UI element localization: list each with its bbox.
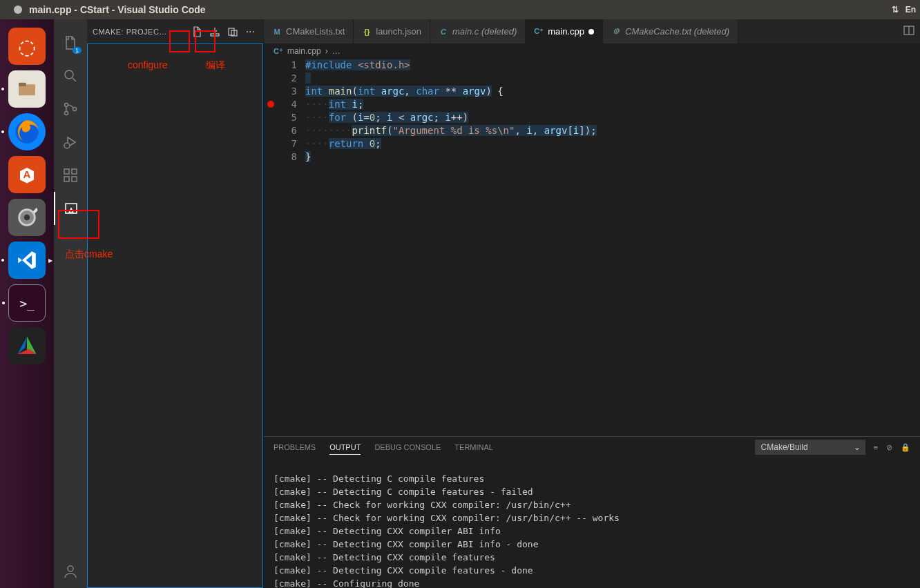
tabs-row: M CMakeLists.txt {} launch.json C main.c…	[264, 19, 920, 43]
launcher-terminal[interactable]: >_	[8, 284, 46, 322]
launcher-settings[interactable]	[8, 199, 46, 236]
panel-tab-debug[interactable]: DEBUG CONSOLE	[374, 440, 441, 454]
keyboard-indicator[interactable]: En	[905, 5, 916, 14]
cpp-breadcrumb-icon: C⁺	[274, 47, 283, 56]
svg-text:A: A	[23, 168, 31, 180]
sidebar-header: CMAKE: PROJEC… ···	[87, 19, 263, 43]
configure-icon[interactable]	[189, 24, 204, 39]
launcher-cmake-app[interactable]	[8, 327, 46, 364]
svg-point-7	[65, 104, 68, 107]
svg-point-9	[73, 108, 77, 111]
clean-rebuild-icon[interactable]	[225, 24, 240, 39]
activity-extensions[interactable]	[54, 159, 87, 192]
explorer-badge: 1	[73, 47, 82, 54]
svg-rect-17	[211, 34, 219, 36]
more-icon[interactable]: ···	[243, 26, 258, 38]
svg-rect-11	[64, 169, 69, 174]
panel-tab-terminal[interactable]: TERMINAL	[454, 440, 493, 454]
svg-point-6	[65, 70, 73, 79]
gear-icon: ⚙	[611, 27, 621, 37]
tab-main-c[interactable]: C main.c (deleted)	[430, 19, 526, 43]
svg-rect-14	[72, 169, 77, 174]
cmake-file-icon: M	[272, 27, 282, 37]
launcher-software[interactable]: A	[8, 156, 46, 193]
activity-debug[interactable]	[54, 126, 87, 159]
cpp-file-icon: C⁺	[534, 27, 544, 37]
json-icon: {}	[362, 27, 372, 37]
sync-icon[interactable]: ⇅	[892, 5, 899, 14]
split-editor-icon[interactable]	[903, 25, 914, 39]
bottom-panel: PROBLEMS OUTPUT DEBUG CONSOLE TERMINAL C…	[264, 436, 920, 588]
editor-area: M CMakeLists.txt {} launch.json C main.c…	[264, 19, 920, 588]
titlebar: main.cpp - CStart - Visual Studio Code ⇅…	[0, 0, 920, 19]
ubuntu-launcher: ◌ A ▸ >_	[0, 0, 54, 588]
build-icon[interactable]	[207, 24, 222, 39]
svg-point-8	[65, 112, 68, 115]
tab-main-cpp[interactable]: C⁺ main.cpp	[526, 19, 603, 43]
svg-rect-12	[64, 177, 69, 182]
code-editor[interactable]: 12345678 #include <stdio.h> int main(int…	[264, 59, 920, 436]
lock-scroll-icon[interactable]: 🔒	[901, 443, 910, 452]
dirty-dot-icon	[588, 29, 594, 35]
launcher-vscode[interactable]: ▸	[8, 242, 46, 279]
launcher-ubuntu[interactable]: ◌	[8, 28, 46, 65]
svg-rect-1	[19, 83, 26, 86]
tab-launch-json[interactable]: {} launch.json	[354, 19, 430, 43]
activity-cmake[interactable]	[54, 192, 87, 225]
svg-point-16	[68, 566, 73, 571]
activity-bar: 1	[54, 19, 87, 588]
panel-output[interactable]: [cmake] -- Detecting C compile features[…	[264, 458, 920, 588]
line-numbers: 12345678	[278, 59, 305, 436]
sidebar-title: CMAKE: PROJEC…	[93, 28, 186, 36]
svg-rect-13	[72, 177, 77, 182]
launcher-firefox[interactable]	[8, 113, 46, 150]
window-close-icon[interactable]	[14, 6, 22, 14]
activity-search[interactable]	[54, 59, 87, 92]
svg-point-10	[64, 143, 70, 148]
clear-output-icon[interactable]: ⊘	[886, 443, 892, 452]
window-title: main.cpp - CStart - Visual Studio Code	[29, 4, 206, 15]
tab-cmakelists[interactable]: M CMakeLists.txt	[264, 19, 354, 43]
activity-scm[interactable]	[54, 92, 87, 126]
launcher-files[interactable]	[8, 70, 46, 108]
sidebar: CMAKE: PROJEC… ···	[87, 19, 264, 588]
code-content[interactable]: #include <stdio.h> int main(int argc, ch…	[305, 59, 920, 436]
activity-account[interactable]	[54, 555, 87, 588]
panel-tab-problems[interactable]: PROBLEMS	[274, 440, 316, 454]
output-channel-select[interactable]: CMake/Build	[755, 440, 865, 455]
word-wrap-icon[interactable]: ≡	[874, 443, 878, 451]
c-file-icon: C	[439, 27, 448, 37]
svg-point-5	[24, 215, 30, 221]
activity-explorer[interactable]: 1	[54, 26, 87, 59]
tab-cmakecache[interactable]: ⚙ CMakeCache.txt (deleted)	[603, 19, 738, 43]
vscode-window: 1	[54, 19, 920, 588]
panel-tabs: PROBLEMS OUTPUT DEBUG CONSOLE TERMINAL C…	[264, 437, 920, 458]
panel-tab-output[interactable]: OUTPUT	[329, 440, 361, 455]
breadcrumb[interactable]: C⁺ main.cpp › …	[264, 43, 920, 59]
breakpoint-icon[interactable]	[267, 101, 274, 108]
sidebar-body[interactable]	[87, 43, 263, 588]
